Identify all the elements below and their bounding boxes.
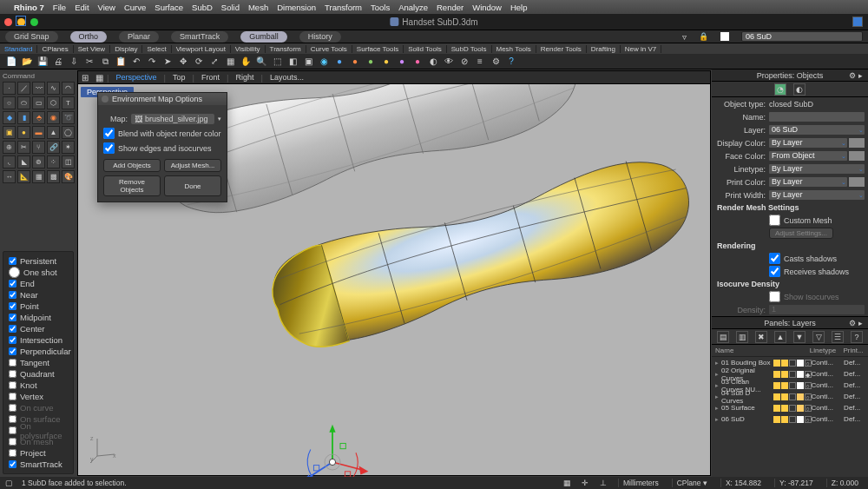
tab[interactable]: Surface Tools xyxy=(352,45,404,53)
tab[interactable]: Solid Tools xyxy=(404,45,447,53)
menu-item[interactable]: Dimension xyxy=(277,3,316,12)
osnap-check[interactable] xyxy=(9,438,16,446)
custommesh-check[interactable] xyxy=(769,215,780,226)
printcolor-select[interactable]: By Layer⌄ xyxy=(769,177,847,187)
tab[interactable]: CPlanes xyxy=(37,45,73,53)
material-icon[interactable]: ○ xyxy=(805,405,812,412)
pan-icon[interactable]: ✋ xyxy=(239,55,253,69)
zoom-icon[interactable] xyxy=(30,18,38,26)
maximize-icon[interactable]: ▣ xyxy=(301,55,315,69)
add-objects-button[interactable]: Add Objects xyxy=(103,159,161,172)
extrude-tool-icon[interactable]: ▮ xyxy=(17,111,30,124)
bulb2-icon[interactable] xyxy=(781,382,788,389)
density-input[interactable]: 1 xyxy=(769,305,865,314)
menu-item[interactable]: Analyze xyxy=(398,3,428,12)
tab[interactable]: Mesh Tools xyxy=(492,45,536,53)
chamfer-tool-icon[interactable]: ◣ xyxy=(17,155,30,169)
surface-tool-icon[interactable]: ◆ xyxy=(3,111,16,124)
ghosted-icon[interactable]: ● xyxy=(364,55,378,69)
layer-select[interactable]: 06 SuD⌄ xyxy=(769,125,865,135)
menu-item[interactable]: Curve xyxy=(124,3,146,12)
osnap-check[interactable] xyxy=(9,325,16,333)
bulb-icon[interactable] xyxy=(773,360,780,367)
polyline-tool-icon[interactable]: 〰 xyxy=(32,82,45,95)
blend-check[interactable] xyxy=(103,128,115,139)
remove-objects-button[interactable]: Remove Objects xyxy=(103,175,161,196)
split-tool-icon[interactable]: ⑂ xyxy=(32,141,45,154)
dim-tool-icon[interactable]: ↔ xyxy=(3,170,16,183)
fillet-tool-icon[interactable]: ◟ xyxy=(3,155,16,169)
join-tool-icon[interactable]: 🔗 xyxy=(47,141,60,154)
moveup-icon[interactable]: ▲ xyxy=(774,331,786,343)
wireframe-icon[interactable]: ◉ xyxy=(317,55,331,69)
analyze-tool-icon[interactable]: 📐 xyxy=(17,170,30,183)
sphere-tool-icon[interactable]: ● xyxy=(17,126,30,139)
printwidth-select[interactable]: By Layer⌄ xyxy=(769,190,865,200)
viewport-tab-perspective[interactable]: Perspective xyxy=(108,73,163,82)
oneshot-radio[interactable] xyxy=(9,267,20,278)
adjust-mesh-button[interactable]: Adjust Mesh... xyxy=(164,159,221,172)
cut-icon[interactable]: ✂ xyxy=(82,55,96,69)
linetype-select[interactable]: By Layer⌄ xyxy=(769,164,865,174)
lock-icon[interactable] xyxy=(789,416,796,423)
layer-select[interactable] xyxy=(741,31,863,42)
lock-icon[interactable] xyxy=(789,405,796,412)
bulb2-icon[interactable] xyxy=(781,405,788,412)
mirror-tool-icon[interactable]: ◫ xyxy=(62,155,75,169)
close-icon[interactable] xyxy=(4,18,12,26)
bulb2-icon[interactable] xyxy=(781,393,788,400)
osnap-check[interactable] xyxy=(9,291,16,299)
technical-icon[interactable]: ● xyxy=(395,55,409,69)
tab[interactable]: Viewport Layout xyxy=(172,45,231,53)
osnap-check[interactable] xyxy=(9,426,16,434)
showiso-check[interactable] xyxy=(769,291,780,302)
save-icon[interactable]: 💾 xyxy=(36,55,49,69)
paste-icon[interactable]: 📋 xyxy=(114,55,128,69)
tools-icon[interactable]: ☰ xyxy=(832,331,844,343)
tab[interactable]: SubD Tools xyxy=(447,45,492,53)
osnap-check[interactable] xyxy=(9,359,16,367)
osnap-check[interactable] xyxy=(9,302,16,310)
material-icon[interactable]: ○ xyxy=(805,360,812,367)
tab[interactable]: Display xyxy=(110,45,142,53)
status-units[interactable]: Millimeters xyxy=(618,479,663,487)
history-toggle[interactable]: History xyxy=(299,31,341,43)
cone-tool-icon[interactable]: ▲ xyxy=(47,126,60,139)
adjustsettings-button[interactable]: Adjust Settings... xyxy=(769,228,833,239)
layer-row[interactable]: ▸05 Surface ○ Conti...Def... xyxy=(712,402,868,413)
color-swatch[interactable] xyxy=(797,405,804,412)
col-name[interactable]: Name xyxy=(715,347,774,354)
col-print[interactable]: Print... xyxy=(843,347,865,354)
facecolor-swatch[interactable] xyxy=(849,151,865,161)
viewport-tab-front[interactable]: Front xyxy=(194,73,227,82)
osnap-check[interactable] xyxy=(9,393,16,400)
object-props-icon[interactable]: ◔ xyxy=(774,83,786,96)
grid-icon[interactable]: ▦ xyxy=(563,479,573,488)
point-tool-icon[interactable]: · xyxy=(3,82,16,95)
ortho-icon[interactable]: ⊥ xyxy=(600,479,609,488)
planar-toggle[interactable]: Planar xyxy=(119,31,159,43)
bulb2-icon[interactable] xyxy=(781,371,788,378)
filter-icon[interactable]: ▽ xyxy=(812,331,825,343)
printcolor-swatch[interactable] xyxy=(849,177,865,187)
gear-icon[interactable]: ⚙ ▸ xyxy=(849,319,863,327)
rectangle-tool-icon[interactable]: ▭ xyxy=(32,96,45,109)
material-props-icon[interactable]: ◐ xyxy=(793,83,806,96)
osnap-check[interactable] xyxy=(9,404,16,412)
castsshadows-check[interactable] xyxy=(769,253,780,264)
color-swatch[interactable] xyxy=(797,371,804,378)
mesh-tool-icon[interactable]: ▩ xyxy=(47,170,60,183)
osnap-check[interactable] xyxy=(9,415,16,423)
envmap-dialog[interactable]: Environment Map Options Map: 🖼brushed_si… xyxy=(97,92,227,202)
bulb-icon[interactable] xyxy=(773,371,780,378)
gear-icon[interactable]: ⚙ ▸ xyxy=(849,71,863,80)
tab[interactable]: Curve Tools xyxy=(306,45,352,53)
curve-tool-icon[interactable]: ∿ xyxy=(47,82,60,95)
osnap-check[interactable] xyxy=(9,381,16,389)
bulb-icon[interactable] xyxy=(773,405,780,412)
map-file-select[interactable]: 🖼brushed_silver.jpg xyxy=(131,114,214,124)
tab[interactable]: Visibility xyxy=(231,45,266,53)
material-icon[interactable]: ○ xyxy=(805,393,812,400)
lock-icon[interactable] xyxy=(789,393,796,400)
print-icon[interactable]: 🖨 xyxy=(51,55,65,69)
